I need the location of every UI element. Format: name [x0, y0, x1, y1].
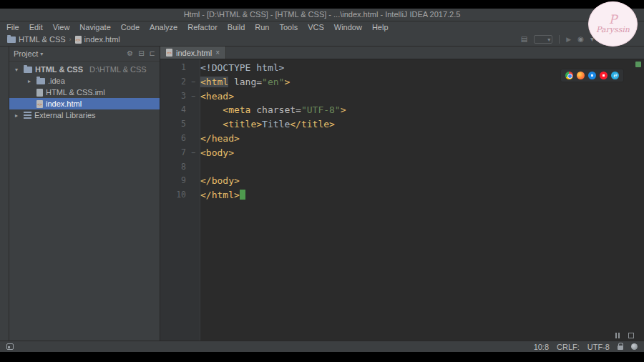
code-text: <body> [200, 146, 234, 160]
status-bar-right: 10:8 CRLF: UTF-8 [534, 343, 638, 351]
run-config-dropdown[interactable]: ▾ [534, 35, 552, 44]
code-text: </html> [200, 188, 245, 202]
code-line: 5 <title>Title</title> [160, 117, 644, 132]
pause-icon[interactable] [615, 333, 620, 338]
toolbar-right: ▤ ▾ ▶ ◉ ▾ [521, 33, 594, 46]
file-encoding[interactable]: UTF-8 [587, 343, 610, 351]
menu-item-edit[interactable]: Edit [24, 23, 48, 31]
project-panel: Project ⚙ ⊟ ⊏ HTML & CSS D:\HTML & CSS [9, 47, 160, 341]
code-token: lang= [228, 77, 262, 87]
run-icon[interactable]: ▶ [566, 36, 571, 43]
code-line: 3 <head> [160, 89, 644, 104]
collapse-all-icon[interactable]: ⊟ [138, 50, 144, 57]
menu-item-run[interactable]: Run [250, 23, 274, 31]
channel-watermark: P Paryssin [588, 1, 638, 47]
toolbar-divider [559, 35, 560, 44]
window-title: Html - [D:\HTML & CSS] - [HTML & CSS] - … [0, 9, 644, 21]
tree-item-label: HTML & CSS [35, 65, 83, 74]
code-token: </title> [290, 119, 335, 129]
code-line: 9 </body> [160, 174, 644, 188]
menu-item-vcs[interactable]: VCS [303, 23, 329, 31]
folder-icon [7, 36, 16, 43]
stop-icon[interactable] [628, 333, 634, 338]
menu-item-navigate[interactable]: Navigate [74, 23, 115, 31]
code-text: <!DOCTYPE html> [200, 61, 284, 75]
caret-position[interactable]: 10:8 [534, 343, 549, 351]
hide-panel-icon[interactable]: ⊏ [150, 50, 155, 57]
debug-icon[interactable]: ◉ [577, 36, 584, 43]
menu-item-code[interactable]: Code [116, 23, 145, 31]
code-line: 7 <body> [160, 146, 644, 160]
line-separator[interactable]: CRLF: [557, 343, 580, 351]
html-file-icon [166, 49, 172, 57]
editor-tab-index-html[interactable]: index.html [160, 47, 226, 59]
menu-item-tools[interactable]: Tools [274, 23, 303, 31]
tree-item-label: External Libraries [34, 111, 96, 119]
project-folder-icon [24, 67, 32, 73]
tree-item-idea[interactable]: .idea [9, 75, 160, 87]
menu-item-refactor[interactable]: Refactor [182, 23, 223, 31]
expand-caret-icon[interactable] [28, 78, 34, 84]
expand-caret-icon[interactable] [15, 112, 21, 119]
html-file-icon [36, 100, 43, 108]
line-number: 7 [160, 146, 186, 160]
code-token: Title [262, 119, 290, 129]
expand-caret-icon[interactable] [15, 67, 21, 73]
tree-item-index-html[interactable]: index.html [9, 98, 160, 109]
project-panel-header[interactable]: Project ⚙ ⊟ ⊏ [9, 47, 160, 62]
line-number: 3 [160, 89, 186, 104]
line-number: 1 [160, 61, 186, 75]
line-number: 9 [160, 174, 186, 188]
tree-item-external-libraries[interactable]: External Libraries [9, 109, 160, 121]
menu-item-view[interactable]: View [48, 23, 75, 31]
status-bar: 10:8 CRLF: UTF-8 [0, 341, 644, 352]
project-panel-title: Project [14, 49, 38, 58]
code-text: <head> [200, 89, 234, 104]
close-icon[interactable] [215, 49, 220, 57]
menu-item-help[interactable]: Help [367, 23, 394, 31]
hector-inspection-icon[interactable] [631, 343, 638, 350]
code-token: > [284, 77, 290, 87]
tool-window-toggle-icon[interactable] [6, 343, 14, 350]
code-line: 8 [160, 160, 644, 175]
view-toggle-icon[interactable]: ▤ [521, 36, 527, 43]
fold-gutter [186, 117, 200, 132]
fold-gutter [186, 103, 200, 117]
editor-tab-label: index.html [176, 49, 212, 57]
menu-item-file[interactable]: File [1, 23, 24, 31]
menu-item-analyze[interactable]: Analyze [145, 23, 182, 31]
recorder-controls [615, 333, 634, 338]
code-token: "UTF-8" [301, 104, 341, 115]
tree-item-path-hint: D:\HTML & CSS [89, 65, 147, 74]
code-token [200, 119, 223, 129]
fold-toggle-icon[interactable] [186, 75, 200, 89]
code-line: 10 </html> [160, 188, 644, 202]
main-content: Project ⚙ ⊟ ⊏ HTML & CSS D:\HTML & CSS [0, 47, 644, 341]
code-token [200, 104, 223, 115]
code-editor[interactable]: e 1 <!DOCTYPE html> 2 <html lang="en"> [160, 59, 644, 341]
screen: Html - [D:\HTML & CSS] - [HTML & CSS] - … [0, 0, 644, 362]
breadcrumb-file[interactable]: index.html [75, 35, 120, 44]
html-file-icon [75, 36, 82, 44]
fold-toggle-icon[interactable] [186, 89, 200, 104]
tree-item-iml[interactable]: HTML & CSS.iml [9, 87, 160, 98]
line-number: 5 [160, 117, 186, 132]
code-token: <body> [200, 147, 234, 158]
breadcrumb-project[interactable]: HTML & CSS [7, 35, 66, 44]
lock-icon[interactable] [618, 346, 623, 350]
fold-gutter [186, 132, 200, 146]
watermark-monogram: P [609, 14, 617, 26]
module-file-icon [36, 89, 43, 97]
fold-toggle-icon[interactable] [186, 146, 200, 160]
menu-item-window[interactable]: Window [329, 23, 367, 31]
code-token: charset= [250, 104, 301, 115]
line-number: 8 [160, 160, 186, 175]
project-panel-tools: ⚙ ⊟ ⊏ [127, 50, 155, 57]
gear-icon[interactable]: ⚙ [127, 50, 133, 57]
line-number: 10 [160, 188, 186, 202]
tool-window-strip[interactable] [0, 47, 9, 341]
watermark-signature: Paryssin [596, 26, 630, 34]
tree-item-root[interactable]: HTML & CSS D:\HTML & CSS [9, 64, 160, 75]
menu-item-build[interactable]: Build [223, 23, 250, 31]
code-token: <html [200, 77, 228, 87]
